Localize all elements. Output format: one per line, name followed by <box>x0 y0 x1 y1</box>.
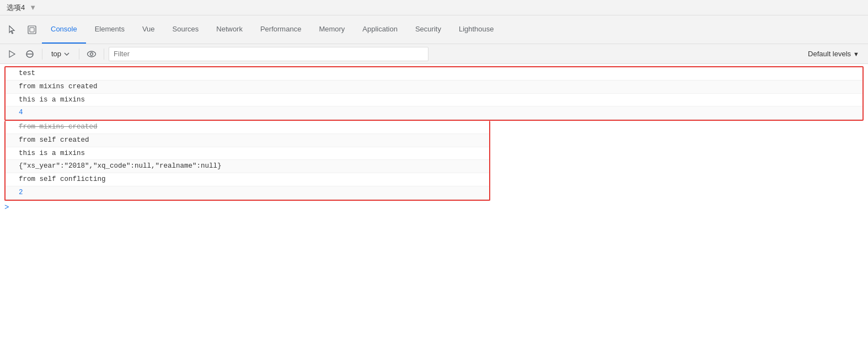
console-line: from mixins created <box>6 121 489 134</box>
clear-icon <box>25 50 34 58</box>
eye-button[interactable] <box>84 46 99 62</box>
console-group-1: test from mixins created this is a mixin… <box>4 66 864 121</box>
context-label: top <box>51 50 61 58</box>
console-toolbar: top Default levels ▼ <box>0 44 868 64</box>
toolbar-divider-3 <box>104 49 104 60</box>
context-arrow-icon <box>63 51 70 57</box>
levels-arrow-icon: ▼ <box>853 51 859 57</box>
top-bar-arrow: ▼ <box>29 3 36 12</box>
tab-memory[interactable]: Memory <box>310 15 353 44</box>
clear-button[interactable] <box>22 46 37 62</box>
cursor-icon-btn[interactable] <box>2 15 22 44</box>
svg-point-6 <box>90 52 93 55</box>
svg-marker-2 <box>9 51 15 57</box>
tab-vue[interactable]: Vue <box>133 15 164 44</box>
default-levels-label: Default levels <box>808 50 851 58</box>
tab-security[interactable]: Security <box>406 15 450 44</box>
toolbar-divider-2 <box>79 49 79 60</box>
execute-button[interactable] <box>4 46 20 62</box>
console-line: test <box>6 67 862 81</box>
tab-performance[interactable]: Performance <box>251 15 310 44</box>
console-prompt[interactable]: > <box>0 201 868 214</box>
tab-sources[interactable]: Sources <box>164 15 208 44</box>
console-line: from self conflicting <box>6 173 489 186</box>
eye-icon <box>87 50 97 58</box>
tab-application[interactable]: Application <box>353 15 406 44</box>
filter-input[interactable] <box>109 47 428 61</box>
tabs-bar: Console Elements Vue Sources Network Per… <box>0 15 868 44</box>
console-group-2: from mixins created from self created th… <box>4 121 490 201</box>
svg-point-5 <box>88 51 96 57</box>
top-bar-text: 选项4 <box>7 3 25 13</box>
top-bar: 选项4 ▼ <box>0 0 868 15</box>
console-line: this is a mixins <box>6 147 489 161</box>
tab-network[interactable]: Network <box>207 15 251 44</box>
console-content: test from mixins created this is a mixin… <box>0 64 868 353</box>
tab-elements[interactable]: Elements <box>86 15 133 44</box>
tab-console[interactable]: Console <box>42 15 86 44</box>
prompt-arrow-icon: > <box>4 203 9 212</box>
cursor-icon <box>7 25 17 35</box>
execute-icon <box>8 50 17 58</box>
toolbar-divider-1 <box>42 49 42 60</box>
inspect-icon-btn[interactable] <box>22 15 42 44</box>
console-line: {"xs_year":"2018","xq_code":null,"realna… <box>6 160 489 173</box>
console-line-blue: 2 <box>6 186 489 200</box>
context-selector[interactable]: top <box>47 49 74 59</box>
console-line: from self created <box>6 134 489 147</box>
default-levels-selector[interactable]: Default levels ▼ <box>803 49 864 59</box>
inspect-icon <box>27 25 37 35</box>
svg-rect-0 <box>28 26 36 34</box>
console-line: this is a mixins <box>6 94 862 107</box>
console-line-blue: 4 <box>6 106 862 120</box>
console-line: from mixins created <box>6 81 862 94</box>
svg-rect-1 <box>30 28 34 32</box>
tab-lighthouse[interactable]: Lighthouse <box>450 15 503 44</box>
